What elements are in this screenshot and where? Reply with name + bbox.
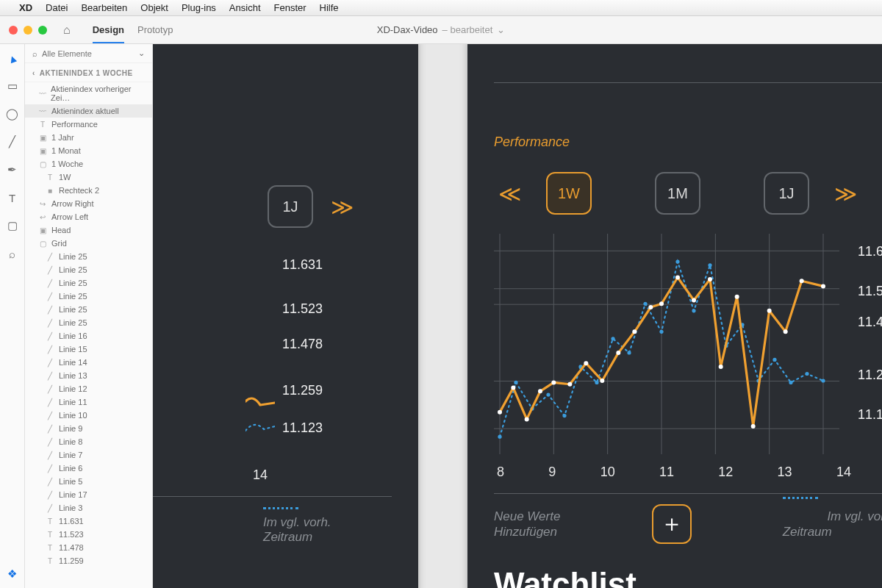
tool-text[interactable]: T [6,191,19,204]
chevron-right-icon[interactable]: ≫ [830,178,861,209]
svg-point-39 [584,361,588,365]
tool-ellipse[interactable]: ◯ [6,107,19,121]
search-icon: ⌕ [32,49,37,58]
layer-type-icon: ╱ [46,478,54,486]
layer-item[interactable]: ╱Linie 25 [25,290,152,303]
layer-item[interactable]: T1W [25,171,152,184]
tool-select[interactable]: ▲ [4,49,21,66]
layer-item[interactable]: ▢1 Woche [25,157,152,171]
chevron-left-icon[interactable]: ≪ [494,178,526,209]
layer-item[interactable]: ╱Linie 15 [25,343,152,356]
layer-item[interactable]: ╱Linie 6 [25,462,152,475]
layer-type-icon: 〰 [38,107,47,115]
chevron-right-icon[interactable]: ≫ [326,191,358,223]
layers-search[interactable]: ⌕ ⌄ [25,44,152,63]
layer-label: Linie 8 [59,437,82,446]
layer-item[interactable]: ╱Linie 3 [25,501,152,514]
tool-artboard[interactable]: ▢ [6,219,19,232]
layer-item[interactable]: ╱Linie 12 [25,382,152,395]
layer-item[interactable]: ▣1 Monat [25,144,152,157]
home-icon[interactable]: ⌂ [63,24,71,37]
ytick: 11.478 [282,337,323,352]
layer-item[interactable]: ▢Grid [25,237,152,250]
layer-label: Linie 13 [59,371,87,380]
layers-icon[interactable]: ❖ [6,567,19,581]
layer-item[interactable]: T11.259 [25,554,152,567]
layer-label: Linie 3 [59,503,82,512]
svg-point-15 [546,392,550,396]
menu-objekt[interactable]: Objekt [140,2,168,13]
menu-ansicht[interactable]: Ansicht [229,2,261,13]
layer-type-icon: ╱ [46,332,54,340]
svg-point-33 [498,410,502,415]
layer-label: Head [51,226,71,234]
window-controls[interactable] [9,26,47,35]
document-title[interactable]: XD-Dax-Video– bearbeitet⌄ [377,24,506,35]
canvas[interactable]: 1J ≫ 11.631 11.523 11.478 11.259 11.123 … [153,44,882,588]
svg-point-49 [735,295,739,299]
layer-item[interactable]: TPerformance [25,118,152,131]
layers-header[interactable]: ‹ AKTIENINDEX 1 WOCHE [25,63,152,82]
layer-item[interactable]: ╱Linie 8 [25,435,152,448]
layer-item[interactable]: ╱Linie 25 [25,276,152,290]
layer-item[interactable]: ╱Linie 14 [25,356,152,369]
seg-1w[interactable]: 1W [546,172,592,215]
svg-point-24 [692,309,695,312]
svg-point-45 [675,276,680,280]
layer-item[interactable]: ╱Linie 11 [25,395,152,409]
layer-item[interactable]: ╱Linie 5 [25,475,152,488]
layer-type-icon: T [46,173,54,182]
layer-item[interactable]: T11.478 [25,541,152,554]
svg-point-23 [675,259,679,263]
layer-item[interactable]: ╱Linie 17 [25,488,152,501]
layer-item[interactable]: ▣1 Jahr [25,131,152,144]
layer-item[interactable]: ╱Linie 25 [25,316,152,329]
tool-pen[interactable]: ✒ [6,163,19,176]
layer-label: 1 Monat [51,146,81,155]
layer-label: Linie 5 [59,477,82,486]
svg-point-19 [611,337,614,340]
menu-datei[interactable]: Datei [46,2,68,13]
search-input[interactable] [42,49,134,58]
layer-item[interactable]: ╱Linie 10 [25,409,152,422]
layer-item[interactable]: ╱Linie 25 [25,303,152,316]
x-axis: 891011121314 [494,454,882,480]
seg-1j[interactable]: 1J [764,172,809,215]
layer-item[interactable]: 〰Aktienindex vorheriger Zei… [25,82,152,104]
layer-label: Linie 25 [59,279,87,287]
menu-hilfe[interactable]: Hilfe [320,2,339,13]
layer-item[interactable]: ╱Linie 13 [25,369,152,382]
chevron-down-icon[interactable]: ⌄ [138,49,145,58]
back-icon[interactable]: ‹ [32,69,35,77]
tool-column: ▲ ▭ ◯ ╱ ✒ T ▢ ⌕ ❖ [0,44,25,588]
layer-item[interactable]: ■Rechteck 2 [25,184,152,197]
menu-bearbeiten[interactable]: Bearbeiten [81,2,127,13]
layer-item[interactable]: ╱Linie 25 [25,250,152,263]
layer-item[interactable]: ╱Linie 25 [25,263,152,276]
tool-zoom[interactable]: ⌕ [6,247,19,260]
seg-1m[interactable]: 1M [655,172,700,215]
artboard-center[interactable]: Performance ≪ 1W 1M 1J ≫ 11.631 11.523 1… [467,44,882,588]
artboard-left[interactable]: 1J ≫ 11.631 11.523 11.478 11.259 11.123 … [153,44,418,588]
layer-item[interactable]: ↩Arrow Left [25,210,152,223]
tab-prototyp[interactable]: Prototyp [137,24,173,35]
seg-1j-left[interactable]: 1J [268,185,313,228]
layer-item[interactable]: ╱Linie 7 [25,448,152,462]
tool-line[interactable]: ╱ [6,135,19,148]
layer-item[interactable]: 〰Aktienindex aktuell [25,104,152,118]
menu-plugins[interactable]: Plug-ins [182,2,216,13]
menu-fenster[interactable]: Fenster [274,2,306,13]
layer-item[interactable]: ▣Head [25,223,152,237]
layer-item[interactable]: ↪Arrow Right [25,197,152,210]
layer-label: Linie 25 [59,292,87,301]
tab-design[interactable]: Design [93,24,124,35]
svg-point-36 [538,389,542,393]
layer-item[interactable]: ╱Linie 16 [25,329,152,343]
layer-item[interactable]: T11.631 [25,514,152,528]
layer-item[interactable]: ╱Linie 9 [25,422,152,435]
layer-item[interactable]: T11.523 [25,528,152,541]
tool-rect[interactable]: ▭ [6,79,19,93]
layer-type-icon: ╱ [46,504,54,512]
menu-app[interactable]: XD [19,2,32,13]
add-button[interactable]: ＋ [652,504,692,544]
